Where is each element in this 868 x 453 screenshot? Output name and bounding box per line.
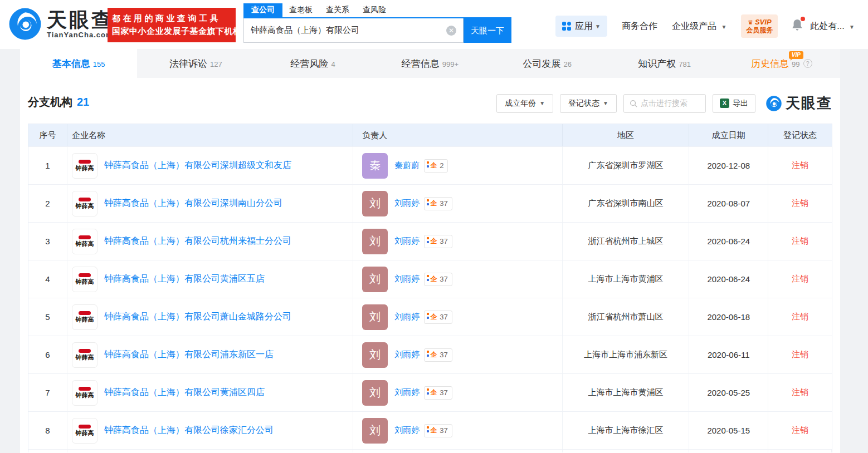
- company-name-link[interactable]: 钟薛高食品（上海）有限公司杭州来福士分公司: [104, 235, 291, 247]
- company-brand-logo: 钟薛高: [72, 267, 97, 292]
- company-network-icon: 企: [428, 350, 437, 360]
- vip-badge: VIP: [789, 51, 803, 59]
- person-avatar[interactable]: 秦: [362, 153, 388, 179]
- related-companies-badge[interactable]: 企 37: [424, 235, 452, 248]
- tianyancha-eye-icon: [8, 7, 42, 41]
- person-avatar[interactable]: 刘: [362, 380, 388, 406]
- person-avatar[interactable]: 刘: [362, 267, 388, 292]
- related-companies-badge[interactable]: 企 37: [424, 311, 452, 324]
- section-count: 21: [77, 96, 89, 109]
- founding-date-cell: 2020-06-11: [689, 336, 768, 373]
- person-name-link[interactable]: 刘雨婷: [394, 387, 420, 398]
- notification-bell-icon[interactable]: [791, 18, 803, 34]
- promo-line2: 国家中小企业发展子基金旗下机构: [112, 26, 231, 37]
- registration-status-cell: 注销: [768, 298, 832, 336]
- company-brand-logo: 钟薛高: [72, 304, 97, 330]
- company-name-link[interactable]: 钟薛高食品（上海）有限公司深圳超级文和友店: [104, 160, 291, 171]
- company-brand-logo: 钟薛高: [72, 153, 97, 179]
- page-tab[interactable]: 知识产权 781: [606, 49, 723, 78]
- person-avatar[interactable]: 刘: [362, 342, 388, 368]
- person-avatar[interactable]: 刘: [362, 418, 388, 444]
- company-search-input[interactable]: [244, 18, 463, 42]
- related-companies-badge[interactable]: 企 37: [424, 386, 452, 400]
- company-network-icon: 企: [428, 312, 437, 322]
- table-row: 3 钟薛高 钟薛高食品（上海）有限公司杭州来福士分公司 刘 刘雨婷 企 37 浙…: [28, 222, 832, 260]
- region-cell: 上海市上海市浦东新区: [563, 336, 690, 373]
- chevron-down-icon: ▼: [721, 24, 726, 30]
- svip-membership-button[interactable]: ♛ SVIP 会员服务: [741, 14, 778, 38]
- company-network-icon: 企: [428, 161, 437, 170]
- search-tab-查老板[interactable]: 查老板: [282, 3, 319, 17]
- page-tab[interactable]: 法律诉讼 127: [137, 49, 254, 78]
- tianyancha-logo[interactable]: 天眼查 TianYanCha.com: [8, 7, 114, 41]
- person-name-link[interactable]: 刘雨婷: [394, 425, 420, 436]
- person-name-link[interactable]: 刘雨婷: [394, 198, 420, 209]
- clear-search-icon[interactable]: ✕: [446, 26, 456, 36]
- search-submit-button[interactable]: 天眼一下: [464, 18, 511, 43]
- company-name-link[interactable]: 钟薛高食品（上海）有限公司黄浦区四店: [104, 387, 265, 398]
- company-name-link[interactable]: 钟薛高食品（上海）有限公司浦东新区一店: [104, 349, 274, 361]
- section-title: 分支机构: [28, 95, 72, 110]
- company-brand-logo: 钟薛高: [72, 418, 97, 444]
- related-companies-badge[interactable]: 企 37: [424, 197, 452, 210]
- promo-line1: 都在用的商业查询工具: [112, 13, 231, 24]
- filter-founding-year-button[interactable]: 成立年份 ▼: [496, 94, 553, 113]
- page-tab[interactable]: 历史信息 99 VIP?: [723, 49, 840, 78]
- filter-registration-status-button[interactable]: 登记状态 ▼: [560, 94, 617, 113]
- person-name-link[interactable]: 刘雨婷: [394, 349, 420, 360]
- founding-date-cell: 2020-06-18: [689, 298, 768, 336]
- search-tab-查公司[interactable]: 查公司: [243, 3, 282, 17]
- person-avatar[interactable]: 刘: [362, 304, 388, 330]
- search-tab-查关系[interactable]: 查关系: [319, 3, 356, 17]
- person-name-link[interactable]: 刘雨婷: [394, 312, 420, 322]
- region-cell: 上海市上海市黄浦区: [563, 260, 690, 298]
- related-companies-badge[interactable]: 企 37: [424, 424, 452, 437]
- region-cell: 广东省深圳市南山区: [563, 185, 690, 222]
- column-header: 地区: [563, 124, 690, 146]
- person-name-link[interactable]: 秦蔚蔚: [394, 160, 420, 171]
- person-name-link[interactable]: 刘雨婷: [394, 274, 420, 284]
- page-tab[interactable]: 经营信息 999+: [372, 49, 489, 78]
- row-index: 3: [28, 223, 67, 260]
- region-cell: 上海市上海市徐汇区: [563, 412, 690, 449]
- tianyancha-eye-icon: [765, 95, 782, 112]
- person-avatar[interactable]: 刘: [362, 229, 388, 254]
- related-companies-badge[interactable]: 企 2: [424, 159, 448, 173]
- search-icon: [630, 100, 637, 107]
- company-brand-logo: 钟薛高: [72, 191, 97, 216]
- region-cell: 浙江省杭州市上城区: [563, 223, 690, 260]
- company-name-link[interactable]: 钟薛高食品（上海）有限公司深圳南山分公司: [104, 198, 282, 209]
- nav-enterprise-products[interactable]: 企业级产品 ▼: [672, 21, 726, 32]
- row-index: 8: [28, 412, 67, 449]
- company-name-link[interactable]: 钟薛高食品（上海）有限公司徐家汇分公司: [104, 425, 274, 436]
- search-tab-查风险[interactable]: 查风险: [356, 3, 393, 17]
- branches-table: 序号企业名称负责人地区成立日期登记状态 1 钟薛高 钟薛高食品（上海）有限公司深…: [28, 124, 832, 452]
- search-module: 查公司查老板查关系查风险 ✕ 天眼一下: [243, 3, 511, 43]
- notification-dot: [801, 17, 805, 21]
- apps-grid-icon: [562, 22, 571, 31]
- help-icon[interactable]: ?: [803, 59, 812, 68]
- page-tab[interactable]: 基本信息 155: [20, 49, 137, 78]
- table-row: 4 钟薛高 钟薛高食品（上海）有限公司黄浦区五店 刘 刘雨婷 企 37 上海市上…: [28, 260, 832, 298]
- nav-business-cooperation[interactable]: 商务合作: [622, 21, 657, 32]
- page-tab[interactable]: 公司发展 26: [489, 49, 606, 78]
- registration-status-cell: 注销: [768, 260, 832, 298]
- chevron-down-icon: ▼: [603, 100, 608, 106]
- tianyancha-watermark: 天眼查: [765, 93, 832, 113]
- page-tab[interactable]: 经营风险 4: [255, 49, 372, 78]
- export-button[interactable]: X 导出: [713, 94, 755, 113]
- company-name-link[interactable]: 钟薛高食品（上海）有限公司黄浦区五店: [104, 273, 265, 285]
- company-name-link[interactable]: 钟薛高食品（上海）有限公司萧山金城路分公司: [104, 311, 291, 323]
- related-companies-badge[interactable]: 企 37: [424, 348, 452, 362]
- registration-status-cell: 注销: [768, 185, 832, 222]
- related-companies-badge[interactable]: 企 37: [424, 273, 452, 286]
- person-avatar[interactable]: 刘: [362, 191, 388, 216]
- company-brand-logo: 钟薛高: [72, 380, 97, 406]
- founding-date-cell: 2020-05-25: [689, 374, 768, 411]
- table-search-input[interactable]: 点击进行搜索: [623, 94, 706, 113]
- person-name-link[interactable]: 刘雨婷: [394, 236, 420, 247]
- apps-menu-button[interactable]: 应用 ▼: [555, 16, 607, 37]
- company-network-icon: 企: [428, 199, 437, 208]
- notice-dropdown[interactable]: 此处有... ▼: [810, 21, 855, 32]
- table-row: 8 钟薛高 钟薛高食品（上海）有限公司徐家汇分公司 刘 刘雨婷 企 37 上海市…: [28, 411, 832, 449]
